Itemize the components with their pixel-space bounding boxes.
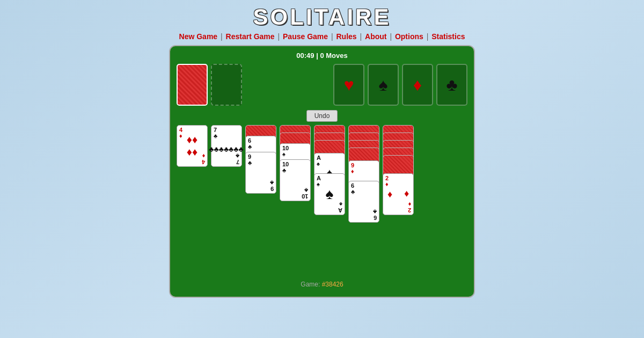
nav-pause-game[interactable]: Pause Game (283, 32, 328, 41)
nav-new-game[interactable]: New Game (179, 32, 218, 41)
tableau-col-1: 4♦ ♦♦♦♦ 4♦ (177, 125, 208, 232)
card-10c[interactable]: 10♣ 10♣ (280, 159, 311, 201)
foundation-clubs[interactable]: ♣ (436, 64, 467, 106)
card-7c[interactable]: 7♣ ♣♣♣♣♣♣♣ 7♣ (211, 125, 242, 167)
game-footer: Game: #38426 (177, 281, 467, 288)
undo-button[interactable]: Undo (306, 110, 338, 122)
nav-restart-game[interactable]: Restart Game (226, 32, 275, 41)
game-title: SOLITAIRE (253, 4, 391, 30)
tableau-col-4: 10♠ 10♠ 10♣ 10♣ (280, 125, 311, 232)
card-as-2[interactable]: A♠ ♠ A♠ (314, 173, 345, 215)
navigation: New Game | Restart Game | Pause Game | R… (179, 32, 465, 41)
tableau-col-7: 2♦ ♦ ♦ 2♦ (383, 125, 414, 275)
card-4d[interactable]: 4♦ ♦♦♦♦ 4♦ (177, 125, 208, 167)
foundation-hearts[interactable]: ♥ (333, 64, 364, 106)
nav-rules[interactable]: Rules (336, 32, 357, 41)
tableau-col-6: 9♦ 9♦ 6♣ 6♣ (348, 125, 379, 254)
stock-pile[interactable] (177, 64, 208, 106)
stock-area (177, 64, 242, 106)
card-9c[interactable]: 9♣ 9♣ (245, 152, 276, 194)
tableau: 4♦ ♦♦♦♦ 4♦ 7♣ ♣♣♣♣♣♣♣ 7♣ 6♣ 6♣ 9♣ (177, 125, 467, 275)
foundation-area: ♥ ♠ ♦ ♣ (333, 64, 467, 106)
nav-options[interactable]: Options (395, 32, 423, 41)
card-2d[interactable]: 2♦ ♦ ♦ 2♦ (383, 173, 414, 215)
foundation-spades[interactable]: ♠ (368, 64, 399, 106)
foundation-diamonds[interactable]: ♦ (402, 64, 433, 106)
game-number: #38426 (322, 281, 343, 288)
nav-statistics[interactable]: Statistics (431, 32, 465, 41)
status-bar: 00:49 | 0 Moves (177, 52, 467, 60)
game-area: 00:49 | 0 Moves ♥ ♠ ♦ ♣ Undo 4♦ ♦♦♦♦ 4♦ (169, 45, 475, 298)
nav-about[interactable]: About (365, 32, 386, 41)
waste-pile[interactable] (211, 64, 242, 106)
top-area: ♥ ♠ ♦ ♣ (177, 64, 467, 106)
tableau-col-2: 7♣ ♣♣♣♣♣♣♣ 7♣ (211, 125, 242, 232)
card-6c-2[interactable]: 6♣ 6♣ (348, 181, 379, 223)
tableau-col-3: 6♣ 6♣ 9♣ 9♣ (245, 125, 276, 232)
tableau-col-5: A♠ ♠ A♠ A♠ ♠ A♠ (314, 125, 345, 243)
